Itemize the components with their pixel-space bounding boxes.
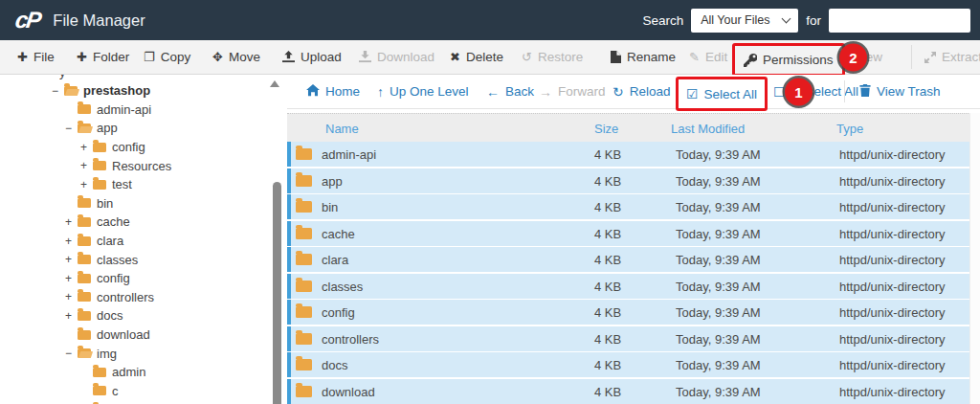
cell-name: app bbox=[322, 173, 343, 188]
tree-item-cache[interactable]: +cache bbox=[0, 213, 268, 232]
folder-closed-icon bbox=[78, 217, 91, 227]
delete-button[interactable]: ✖Delete bbox=[442, 40, 511, 74]
tree-item-prestashop[interactable]: −prestashop bbox=[0, 81, 268, 101]
tree-item-config[interactable]: +config bbox=[0, 138, 268, 157]
tree-item-test[interactable]: +test bbox=[0, 175, 268, 194]
tree-item-download[interactable]: download bbox=[0, 325, 268, 345]
search-input[interactable] bbox=[829, 9, 970, 33]
search-scope-select[interactable]: All Your Files bbox=[691, 9, 798, 33]
cell-size: 4 KB bbox=[594, 331, 621, 346]
tree-item-label: bin bbox=[97, 196, 113, 211]
upload-button[interactable]: Upload bbox=[275, 40, 349, 74]
tree-item-classes[interactable]: +classes bbox=[0, 250, 268, 269]
tree-item-partial: y bbox=[59, 75, 268, 81]
tree-item-img[interactable]: −img bbox=[0, 344, 268, 363]
folder-closed-icon bbox=[93, 386, 106, 395]
cell-last-modified: Today, 9:39 AM bbox=[676, 384, 761, 398]
tree-item-label: docs bbox=[97, 308, 122, 323]
tree-toggle-plus-icon[interactable]: + bbox=[65, 272, 78, 285]
tree-toggle-plus-icon[interactable]: + bbox=[65, 215, 78, 229]
delete-x-icon: ✖ bbox=[450, 51, 460, 63]
cell-size: 4 KB bbox=[594, 200, 621, 214]
tree-item-clara[interactable]: +clara bbox=[0, 232, 268, 251]
sidebar-scrollbar-thumb[interactable] bbox=[273, 182, 281, 404]
tree-toggle-plus-icon[interactable]: + bbox=[80, 141, 93, 154]
table-row-config[interactable]: config4 KBToday, 9:39 AMhttpd/unix-direc… bbox=[287, 300, 970, 325]
cell-size: 4 KB bbox=[594, 147, 621, 162]
cell-name: admin-api bbox=[322, 147, 376, 162]
column-header-last-modified[interactable]: Last Modified bbox=[671, 121, 745, 135]
left-arrow-icon: ← bbox=[486, 85, 500, 99]
tree-item-label: Resources bbox=[112, 159, 171, 173]
checkbox-checked-icon: ☑ bbox=[686, 87, 699, 101]
button-label: Copy bbox=[161, 50, 191, 64]
tree-toggle-plus-icon[interactable]: + bbox=[80, 159, 93, 172]
tree-item-label: config bbox=[112, 140, 145, 154]
app-header: cP File Manager Search All Your Files fo… bbox=[0, 0, 980, 40]
button-label: Forward bbox=[558, 84, 606, 99]
tree-item-controllers[interactable]: +controllers bbox=[0, 288, 268, 307]
table-row-app[interactable]: app4 KBToday, 9:39 AMhttpd/unix-director… bbox=[287, 168, 970, 193]
reload-button[interactable]: ↻Reload bbox=[603, 75, 680, 108]
tree-toggle-plus-icon[interactable]: + bbox=[65, 309, 78, 323]
table-row-docs[interactable]: docs4 KBToday, 9:39 AMhttpd/unix-directo… bbox=[287, 352, 970, 377]
column-header-type[interactable]: Type bbox=[836, 121, 863, 135]
column-header-name[interactable]: Name bbox=[325, 121, 359, 135]
table-row-clara[interactable]: clara4 KBToday, 9:39 AMhttpd/unix-direct… bbox=[287, 247, 970, 272]
cell-type: httpd/unix-directory bbox=[839, 331, 946, 346]
column-header-size[interactable]: Size bbox=[594, 121, 618, 135]
step-2-badge: 2 bbox=[839, 43, 867, 71]
tree-item-admin[interactable]: admin bbox=[0, 363, 268, 382]
rename-button[interactable]: Rename bbox=[603, 40, 683, 74]
cell-type: httpd/unix-directory bbox=[839, 358, 946, 372]
file-manager-window: cP File Manager Search All Your Files fo… bbox=[0, 0, 980, 404]
table-row-bin[interactable]: bin4 KBToday, 9:39 AMhttpd/unix-director… bbox=[287, 194, 970, 219]
extract-button: Extract bbox=[917, 40, 980, 74]
folder-button[interactable]: ✚Folder bbox=[69, 40, 137, 74]
table-row-admin-api[interactable]: admin-api4 KBToday, 9:39 AMhttpd/unix-di… bbox=[287, 142, 970, 167]
tree-item-bin[interactable]: bin bbox=[0, 194, 268, 213]
cell-name: download bbox=[322, 384, 375, 398]
tree-toggle-plus-icon[interactable]: + bbox=[65, 235, 78, 248]
file-button[interactable]: ✚File bbox=[10, 40, 62, 74]
tree-toggle-minus-icon[interactable]: − bbox=[65, 122, 78, 135]
cell-size: 4 KB bbox=[594, 384, 621, 398]
folder-icon bbox=[296, 359, 312, 370]
cell-last-modified: Today, 9:39 AM bbox=[676, 358, 761, 372]
tree-item-label: clara bbox=[97, 234, 123, 248]
cell-last-modified: Today, 9:39 AM bbox=[676, 279, 761, 293]
tree-item-label: cache bbox=[97, 214, 130, 229]
tree-item-label: classes bbox=[97, 253, 138, 267]
move-button[interactable]: ✥Move bbox=[205, 40, 268, 74]
tree-item-resources[interactable]: +Resources bbox=[0, 156, 268, 175]
folder-closed-icon bbox=[78, 236, 91, 246]
tree-toggle-minus-icon[interactable]: − bbox=[52, 84, 64, 98]
cell-type: httpd/unix-directory bbox=[839, 147, 946, 162]
tree-toggle-plus-icon[interactable]: + bbox=[80, 178, 93, 191]
table-row-cache[interactable]: cache4 KBToday, 9:39 AMhttpd/unix-direct… bbox=[287, 221, 970, 246]
tree-item-app[interactable]: −app bbox=[0, 119, 268, 138]
up-one-level-button[interactable]: ↑Up One Level bbox=[368, 75, 479, 108]
tree-toggle-plus-icon[interactable]: + bbox=[65, 253, 78, 266]
view-trash-button[interactable]: View Trash bbox=[850, 75, 950, 108]
permissions-button[interactable]: Permissions bbox=[732, 43, 845, 77]
vertical-scrollbar[interactable] bbox=[969, 113, 980, 404]
folder-closed-icon bbox=[78, 255, 91, 264]
button-label: Home bbox=[325, 84, 360, 99]
tree-item-c[interactable]: c bbox=[0, 382, 268, 401]
tree-item-config[interactable]: +config bbox=[0, 269, 268, 288]
brand: cP File Manager bbox=[0, 7, 642, 34]
table-row-controllers[interactable]: controllers4 KBToday, 9:39 AMhttpd/unix-… bbox=[287, 326, 970, 351]
button-label: Edit bbox=[705, 50, 727, 64]
table-row-download[interactable]: download4 KBToday, 9:39 AMhttpd/unix-dir… bbox=[287, 379, 970, 404]
tree-toggle-minus-icon[interactable]: − bbox=[65, 347, 78, 360]
home-button[interactable]: Home bbox=[297, 75, 369, 108]
select-all-button[interactable]: ☑Select All bbox=[676, 77, 768, 111]
download-button: Download bbox=[351, 40, 442, 74]
table-row-classes[interactable]: classes4 KBToday, 9:39 AMhttpd/unix-dire… bbox=[287, 274, 970, 299]
scrollbar-up-arrow-icon[interactable] bbox=[270, 80, 279, 87]
tree-item-docs[interactable]: +docs bbox=[0, 306, 268, 325]
copy-button[interactable]: ❐Copy bbox=[136, 40, 198, 74]
tree-item-admin-api[interactable]: admin-api bbox=[0, 101, 268, 120]
tree-toggle-plus-icon[interactable]: + bbox=[65, 290, 78, 303]
